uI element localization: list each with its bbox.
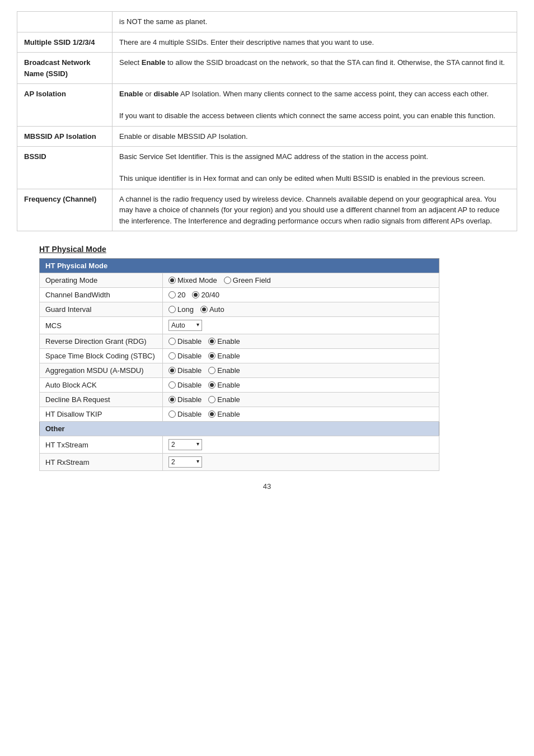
table-row: MCS Auto xyxy=(40,317,439,334)
row-content: Basic Service Set Identifier. This is th… xyxy=(113,147,517,189)
ht-txstream-select[interactable]: 2 xyxy=(168,439,202,450)
row-label: Aggregation MSDU (A-MSDU) xyxy=(40,363,163,378)
radio-icon xyxy=(168,352,176,360)
table-row: AP Isolation Enable or disable AP Isolat… xyxy=(17,84,517,127)
radio-label: Enable xyxy=(217,352,240,360)
radio-disable[interactable]: Disable xyxy=(168,410,202,418)
radio-2040[interactable]: 20/40 xyxy=(192,291,219,299)
table-row: BSSID Basic Service Set Identifier. This… xyxy=(17,147,517,189)
row-label: Reverse Direction Grant (RDG) xyxy=(40,334,163,349)
radio-label: Disable xyxy=(177,395,202,404)
radio-label: 20 xyxy=(177,291,185,299)
mcs-select[interactable]: Auto xyxy=(168,320,202,331)
radio-icon xyxy=(192,291,199,298)
radio-label: 20/40 xyxy=(201,291,219,299)
row-content: Enable or disable MBSSID AP Isolation. xyxy=(113,126,517,147)
ht-rxstream-select[interactable]: 2 xyxy=(168,456,202,468)
row-label: HT RxStream xyxy=(40,454,163,471)
table-row: HT Disallow TKIP Disable Enable xyxy=(40,407,439,422)
radio-icon xyxy=(208,367,216,374)
row-label: Auto Block ACK xyxy=(40,378,163,393)
radio-label: Enable xyxy=(217,410,240,418)
radio-group: Mixed Mode Green Field xyxy=(168,276,433,284)
table-row: Broadcast NetworkName (SSID) Select Enab… xyxy=(17,53,517,84)
row-value: Disable Enable xyxy=(163,407,439,422)
radio-label: Enable xyxy=(217,366,240,375)
radio-group: Disable Enable xyxy=(168,410,433,418)
row-label: Decline BA Request xyxy=(40,393,163,407)
radio-icon xyxy=(208,381,216,389)
radio-mixed-mode[interactable]: Mixed Mode xyxy=(168,276,217,284)
radio-icon xyxy=(208,410,216,418)
radio-disable[interactable]: Disable xyxy=(168,366,202,375)
radio-disable[interactable]: Disable xyxy=(168,337,202,346)
table-header-row: HT Physical Mode xyxy=(40,259,439,273)
radio-label: Disable xyxy=(177,366,202,375)
radio-icon xyxy=(168,410,176,418)
doc-table: is NOT the same as planet. Multiple SSID… xyxy=(17,11,517,231)
radio-enable[interactable]: Enable xyxy=(208,352,240,360)
table-row: is NOT the same as planet. xyxy=(17,12,517,32)
radio-disable[interactable]: Disable xyxy=(168,352,202,360)
row-value: Disable Enable xyxy=(163,363,439,378)
ht-section: HT Physical Mode HT Physical Mode Operat… xyxy=(17,245,517,471)
radio-icon xyxy=(168,396,176,403)
row-label: MCS xyxy=(40,317,163,334)
row-label: Space Time Block Coding (STBC) xyxy=(40,349,163,363)
table-row: MBSSID AP Isolation Enable or disable MB… xyxy=(17,126,517,147)
row-label: AP Isolation xyxy=(17,84,113,127)
radio-enable[interactable]: Enable xyxy=(208,337,240,346)
ht-physical-mode-table: HT Physical Mode Operating Mode Mixed Mo… xyxy=(39,258,439,471)
radio-icon xyxy=(168,291,176,298)
radio-group: 20 20/40 xyxy=(168,291,433,299)
radio-enable[interactable]: Enable xyxy=(208,395,240,404)
radio-group: Long Auto xyxy=(168,305,433,314)
radio-icon xyxy=(208,352,216,360)
radio-group: Disable Enable xyxy=(168,395,433,404)
radio-enable[interactable]: Enable xyxy=(208,366,240,375)
radio-long[interactable]: Long xyxy=(168,305,194,314)
section-title: HT Physical Mode xyxy=(39,245,517,254)
table-header-label: HT Physical Mode xyxy=(40,259,439,273)
radio-label: Auto xyxy=(209,305,224,314)
row-label: Operating Mode xyxy=(40,273,163,288)
radio-icon xyxy=(208,338,216,345)
table-row: Space Time Block Coding (STBC) Disable E… xyxy=(40,349,439,363)
radio-icon xyxy=(168,381,176,389)
table-row: Frequency (Channel) A channel is the rad… xyxy=(17,189,517,231)
row-label: BSSID xyxy=(17,147,113,189)
row-content: is NOT the same as planet. xyxy=(113,12,517,32)
radio-enable[interactable]: Enable xyxy=(208,381,240,389)
radio-label: Disable xyxy=(177,352,202,360)
radio-label: Enable xyxy=(217,395,240,404)
row-label: MBSSID AP Isolation xyxy=(17,126,113,147)
table-row: Multiple SSID 1/2/3/4 There are 4 multip… xyxy=(17,32,517,53)
radio-20[interactable]: 20 xyxy=(168,291,185,299)
row-value: Long Auto xyxy=(163,302,439,317)
radio-disable[interactable]: Disable xyxy=(168,381,202,389)
radio-green-field[interactable]: Green Field xyxy=(224,276,271,284)
row-value: Auto xyxy=(163,317,439,334)
radio-label: Enable xyxy=(217,337,240,346)
radio-label: Mixed Mode xyxy=(177,276,217,284)
radio-disable[interactable]: Disable xyxy=(168,395,202,404)
row-value: Disable Enable xyxy=(163,378,439,393)
radio-auto[interactable]: Auto xyxy=(200,305,224,314)
row-value: Mixed Mode Green Field xyxy=(163,273,439,288)
table-row: Channel BandWidth 20 20/40 xyxy=(40,288,439,302)
row-value: Disable Enable xyxy=(163,393,439,407)
radio-enable[interactable]: Enable xyxy=(208,410,240,418)
row-label: Broadcast NetworkName (SSID) xyxy=(17,53,113,84)
row-content: There are 4 multiple SSIDs. Enter their … xyxy=(113,32,517,53)
row-value: Disable Enable xyxy=(163,349,439,363)
row-value: 20 20/40 xyxy=(163,288,439,302)
radio-icon xyxy=(200,306,208,313)
table-row: Reverse Direction Grant (RDG) Disable En… xyxy=(40,334,439,349)
page-number: 43 xyxy=(17,482,517,491)
row-label: HT Disallow TKIP xyxy=(40,407,163,422)
row-label xyxy=(17,12,113,32)
radio-label: Disable xyxy=(177,381,202,389)
table-sub-header-row: Other xyxy=(40,422,439,436)
radio-icon xyxy=(168,367,176,374)
radio-icon xyxy=(208,396,216,403)
